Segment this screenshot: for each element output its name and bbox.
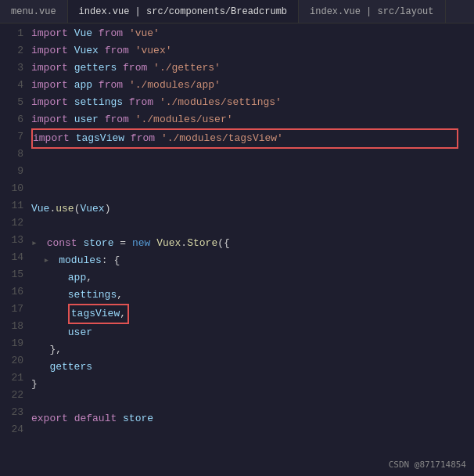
code-line: ▸ const store = new Vuex.Store({ [31, 235, 474, 252]
line-number: 14 [8, 249, 23, 266]
line-number: 22 [8, 387, 23, 404]
line-number: 17 [8, 301, 23, 318]
code-line: settings, [31, 287, 474, 304]
code-line [31, 166, 474, 183]
line-number: 7 [8, 128, 23, 146]
code-line: Vue.use(Vuex) [31, 200, 474, 218]
line-number: 16 [8, 283, 23, 301]
line-number: 10 [8, 180, 23, 197]
code-line: import getters from './getters' [31, 60, 474, 77]
line-number: 19 [8, 335, 23, 352]
code-line [31, 218, 474, 235]
line-numbers: 123456789101112131415161718192021222324 [0, 23, 31, 476]
code-line: import settings from './modules/settings… [31, 94, 474, 111]
code-line: export default store [31, 410, 474, 427]
line-number: 4 [8, 77, 23, 94]
line-number: 18 [8, 318, 23, 335]
editor-body: 123456789101112131415161718192021222324 … [0, 23, 474, 476]
line-number: 1 [8, 25, 23, 42]
code-line [31, 427, 474, 445]
code-line: ▸ modules: { [31, 252, 474, 269]
tab-bar: menu.vue index.vue | src/components/Brea… [0, 0, 474, 23]
line-number: 5 [8, 94, 23, 111]
code-line: }, [31, 341, 474, 359]
line-number: 23 [8, 404, 23, 421]
line-number: 20 [8, 352, 23, 370]
tab-index-layout-label: index.vue | src/layout [310, 6, 433, 17]
code-line: import user from './modules/user' [31, 111, 474, 128]
line-number: 13 [8, 232, 23, 249]
code-line [31, 149, 474, 166]
code-line [31, 393, 474, 410]
code-line: tagsView, [31, 304, 474, 324]
code-area[interactable]: import Vue from 'vue'import Vuex from 'v… [31, 23, 474, 476]
line-number: 8 [8, 146, 23, 163]
tab-menu[interactable]: menu.vue [0, 0, 68, 23]
tab-menu-label: menu.vue [11, 6, 56, 17]
editor-window: menu.vue index.vue | src/components/Brea… [0, 0, 474, 476]
tab-index-layout[interactable]: index.vue | src/layout [299, 0, 445, 23]
line-number: 2 [8, 42, 23, 60]
code-line: user [31, 324, 474, 341]
watermark: CSDN @871714854 [389, 460, 466, 470]
line-number: 9 [8, 163, 23, 180]
code-line: import Vuex from 'vuex' [31, 42, 474, 60]
line-number: 11 [8, 197, 23, 215]
code-line: getters [31, 359, 474, 376]
line-number: 6 [8, 111, 23, 128]
code-line: import app from './modules/app' [31, 77, 474, 94]
line-number: 21 [8, 370, 23, 387]
line-number: 3 [8, 60, 23, 77]
tab-index-breadcrumb-label: index.vue | src/components/Breadcrumb [79, 6, 287, 17]
code-line: import tagsView from './modules/tagsView… [31, 128, 458, 149]
code-line: import Vue from 'vue' [31, 25, 474, 42]
code-line [31, 183, 474, 200]
line-number: 15 [8, 266, 23, 283]
code-line: app, [31, 269, 474, 287]
line-number: 12 [8, 215, 23, 232]
code-line: } [31, 376, 474, 393]
tab-index-breadcrumb[interactable]: index.vue | src/components/Breadcrumb [68, 0, 299, 23]
line-number: 24 [8, 421, 23, 438]
